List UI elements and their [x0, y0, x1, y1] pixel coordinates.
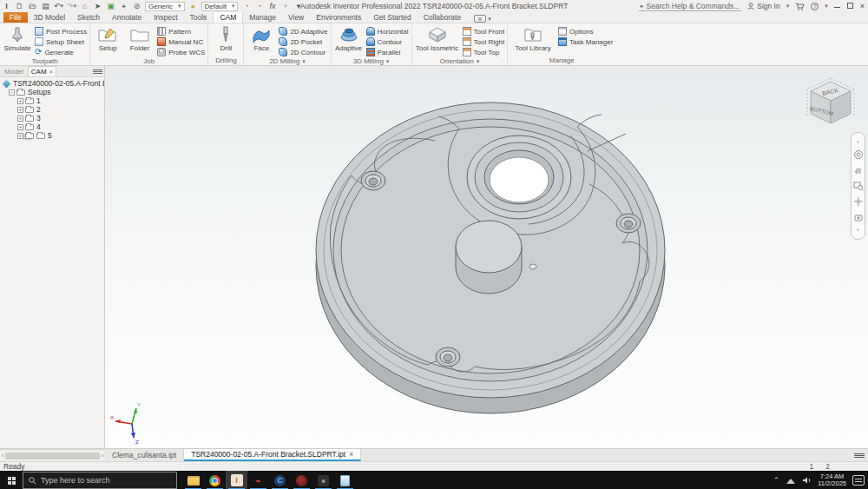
manual-nc-button[interactable]: Manual NC — [157, 36, 205, 47]
volume-icon[interactable] — [802, 476, 812, 485]
parameters-fx-icon[interactable]: fx — [267, 2, 277, 10]
zoom-icon[interactable] — [853, 181, 864, 191]
navigation-wheel-icon[interactable] — [853, 149, 864, 160]
part-model-3d[interactable]: X Y Z — [105, 66, 868, 448]
start-button[interactable] — [0, 471, 23, 489]
browser-tab-model[interactable]: Model — [2, 68, 26, 76]
material-box-icon[interactable]: ▣ — [106, 2, 115, 10]
2d-adaptive-button[interactable]: 2D Adaptive — [279, 26, 327, 36]
tool-isometric-button[interactable]: Tool Isometric — [415, 24, 460, 52]
contour-button[interactable]: Contour — [366, 36, 409, 47]
task-manager-button[interactable]: Task Manager — [558, 36, 613, 47]
tree-node-setup-2[interactable]: + 2 — [2, 105, 104, 114]
close-icon[interactable]: × — [349, 450, 353, 459]
tab-annotate[interactable]: Annotate — [106, 11, 148, 23]
setup-button[interactable]: Setup — [93, 24, 122, 52]
sign-in-button[interactable]: Sign In — [747, 2, 779, 10]
tool-top-button[interactable]: Tool Top — [463, 47, 505, 57]
measure-icon[interactable]: ⌖ — [119, 2, 128, 10]
taskbar-app-notes[interactable] — [334, 471, 356, 489]
help-icon[interactable]: ? — [811, 3, 819, 10]
taskbar-app-c[interactable]: C — [269, 471, 291, 489]
setup-sheet-button[interactable]: Setup Sheet — [35, 36, 87, 47]
tab-tools[interactable]: Tools — [184, 11, 214, 23]
inventor-logo-icon[interactable]: I — [2, 2, 11, 10]
cart-icon[interactable] — [795, 3, 805, 10]
pan-hand-icon[interactable] — [853, 165, 864, 175]
doc-tabs-menu-icon[interactable] — [854, 453, 865, 458]
taskbar-search-box[interactable]: Type here to search — [23, 472, 177, 489]
folder-button[interactable]: Folder — [125, 24, 155, 52]
group-label-2d-milling[interactable]: 2D Milling▾ — [247, 57, 327, 65]
expand-icon[interactable]: + — [17, 98, 23, 104]
help-search-box[interactable]: ▸ Search Help & Commands... — [639, 2, 741, 11]
post-process-button[interactable]: Post Process — [35, 26, 87, 36]
select-icon[interactable]: ➤ — [93, 2, 102, 10]
tab-3d-model[interactable]: 3D Model — [28, 11, 71, 23]
parallel-button[interactable]: Parallel — [366, 47, 409, 57]
orbit-icon[interactable] — [853, 196, 864, 207]
tool-front-button[interactable]: Tool Front — [463, 26, 505, 36]
tab-manage[interactable]: Manage — [243, 11, 282, 23]
collapse-icon[interactable]: − — [9, 89, 15, 96]
qat-dropdown-icon[interactable]: ▾ — [293, 2, 303, 10]
appearance-select[interactable]: Default ▾ — [201, 2, 239, 11]
redo-icon[interactable]: ↷▾ — [67, 2, 76, 10]
probe-wcs-button[interactable]: Probe WCS — [157, 47, 205, 57]
doc-tab-clema[interactable]: Clema_culisanta.ipt — [105, 449, 184, 461]
doc-tab-front-bracket[interactable]: TSR240000-02-05.A-Front Bracket.SLDPRT.i… — [184, 449, 361, 461]
simulate-button[interactable]: Simulate — [3, 24, 32, 52]
taskbar-inventor[interactable]: I — [226, 471, 247, 489]
notification-center-icon[interactable] — [852, 475, 865, 486]
tab-view[interactable]: View — [282, 11, 310, 23]
signin-dropdown-icon[interactable]: ▾ — [786, 3, 790, 10]
tab-cam[interactable]: CAM — [213, 11, 243, 23]
home-icon[interactable]: ⌂ — [80, 2, 89, 10]
close-icon[interactable]: × — [49, 68, 54, 76]
group-label-orientation[interactable]: Orientation▾ — [415, 57, 505, 65]
browser-hscrollbar[interactable]: ‹ › — [0, 449, 105, 461]
color-wheel-icon[interactable]: ◕ — [188, 2, 198, 10]
drill-button[interactable]: Drill — [211, 24, 240, 52]
tree-root-part[interactable]: TSR240000-02-05.A-Front Bracket.SLDPRT — [2, 79, 104, 88]
undo-icon[interactable]: ↶▾ — [54, 2, 63, 10]
tray-expand-icon[interactable]: ⌃ — [773, 476, 780, 485]
horizontal-button[interactable]: Horizontal — [366, 26, 409, 36]
tab-environments[interactable]: Environments — [310, 11, 367, 23]
tab-file[interactable]: File — [3, 11, 28, 23]
group-label-3d-milling[interactable]: 3D Milling▾ — [334, 57, 409, 65]
material-select[interactable]: Generic ▾ — [145, 2, 185, 11]
scrollbar-thumb[interactable] — [5, 453, 99, 459]
face-button[interactable]: Face — [247, 24, 276, 52]
scroll-left-icon[interactable]: ‹ — [2, 453, 3, 459]
taskbar-solidworks[interactable]: ⌁ — [247, 471, 269, 489]
tree-node-setup-4[interactable]: + 4 — [2, 122, 104, 131]
tree-node-setup-5[interactable]: + 5 — [2, 131, 104, 140]
group-label-toolpath[interactable]: Toolpath — [3, 57, 87, 65]
group-label-drilling[interactable]: Drilling — [211, 56, 240, 65]
adjust-icon[interactable]: ◔ — [241, 2, 251, 10]
save-icon[interactable]: ▤ — [41, 2, 50, 10]
group-label-job[interactable]: Job — [93, 57, 205, 65]
taskbar-file-explorer[interactable] — [182, 471, 204, 489]
adaptive-button[interactable]: Adaptive — [334, 24, 364, 52]
taskbar-chrome[interactable] — [204, 471, 226, 489]
tab-sketch[interactable]: Sketch — [71, 11, 106, 23]
add-qat-icon[interactable]: + — [280, 2, 290, 10]
pattern-button[interactable]: Pattern — [157, 26, 205, 36]
open-file-icon[interactable]: 🗁 — [28, 2, 37, 10]
new-file-icon[interactable]: 🗋 — [15, 2, 24, 10]
generate-button[interactable]: ⟳Generate — [35, 47, 87, 57]
maximize-button[interactable] — [847, 2, 853, 10]
graphics-viewport[interactable]: X Y Z BACK BOTTOM — [105, 66, 868, 448]
adjust-all-icon[interactable]: ◔ — [254, 2, 264, 10]
tab-inspect[interactable]: Inspect — [148, 11, 183, 23]
browser-menu-icon[interactable] — [93, 69, 102, 74]
options-button[interactable]: Options — [558, 26, 613, 36]
tool-library-button[interactable]: Tool Library — [510, 24, 556, 52]
tree-node-setups[interactable]: − Setups — [2, 88, 104, 96]
tab-collaborate[interactable]: Collaborate — [418, 11, 467, 23]
tree-node-setup-1[interactable]: + 1 — [2, 96, 104, 105]
group-label-manage[interactable]: Manage — [510, 56, 613, 65]
browser-tab-cam[interactable]: CAM× — [28, 66, 56, 76]
